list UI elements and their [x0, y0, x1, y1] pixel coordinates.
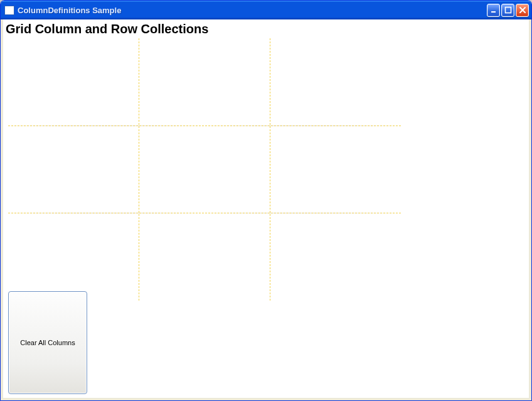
- clear-all-columns-button[interactable]: Clear All Columns: [8, 291, 87, 394]
- page-title: Grid Column and Row Collections: [3, 19, 529, 36]
- svg-rect-1: [505, 8, 511, 13]
- grid-row-divider: [8, 126, 401, 126]
- close-icon: [519, 6, 526, 14]
- button-label: Clear All Columns: [20, 339, 75, 346]
- grid-column-divider: [270, 38, 270, 301]
- maximize-icon: [504, 6, 512, 14]
- window-frame: ColumnDefinitions Sample Grid Column and…: [0, 0, 532, 401]
- minimize-button[interactable]: [487, 4, 500, 17]
- minimize-icon: [490, 6, 497, 14]
- caption-buttons: [487, 4, 529, 17]
- close-button[interactable]: [516, 4, 529, 17]
- titlebar[interactable]: ColumnDefinitions Sample: [1, 1, 531, 19]
- grid-row-divider: [8, 213, 401, 213]
- client-area: Grid Column and Row Collections Clear Al…: [3, 19, 529, 398]
- window-title: ColumnDefinitions Sample: [18, 6, 487, 15]
- grid-design-surface: [8, 38, 401, 301]
- app-icon: [4, 6, 14, 15]
- maximize-button[interactable]: [501, 4, 514, 17]
- grid-column-divider: [139, 38, 139, 301]
- svg-rect-0: [491, 11, 496, 13]
